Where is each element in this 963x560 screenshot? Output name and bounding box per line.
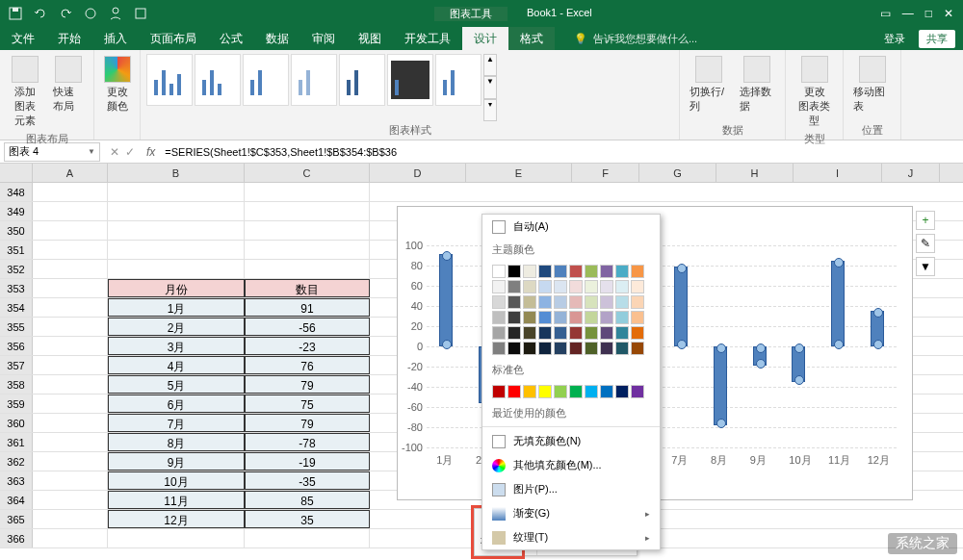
row-header[interactable]: 355 bbox=[0, 318, 33, 336]
color-swatch[interactable] bbox=[615, 326, 629, 340]
cell[interactable]: 76 bbox=[245, 356, 370, 374]
save-icon[interactable] bbox=[8, 6, 23, 21]
col-header[interactable]: F bbox=[572, 164, 639, 182]
chart-filter-icon[interactable]: ▼ bbox=[916, 257, 935, 276]
color-swatch[interactable] bbox=[615, 311, 629, 324]
color-swatch[interactable] bbox=[615, 265, 629, 278]
color-swatch[interactable] bbox=[523, 342, 536, 355]
chart-bar[interactable] bbox=[714, 346, 727, 425]
row-header[interactable]: 352 bbox=[0, 260, 33, 278]
color-swatch[interactable] bbox=[631, 311, 644, 324]
select-all-corner[interactable] bbox=[0, 164, 33, 182]
cell[interactable]: 12月 bbox=[108, 510, 245, 528]
col-header[interactable]: C bbox=[245, 164, 370, 182]
row-header[interactable]: 362 bbox=[0, 452, 33, 471]
row-header[interactable]: 357 bbox=[0, 356, 33, 374]
tab-insert[interactable]: 插入 bbox=[92, 27, 139, 50]
color-swatch[interactable] bbox=[554, 311, 567, 324]
color-swatch[interactable] bbox=[538, 295, 552, 309]
col-header[interactable]: A bbox=[33, 164, 108, 182]
no-fill-item[interactable]: 无填充颜色(N) bbox=[482, 429, 660, 453]
tab-data[interactable]: 数据 bbox=[254, 27, 300, 50]
cell[interactable] bbox=[245, 183, 370, 201]
color-swatch[interactable] bbox=[585, 311, 598, 324]
cell[interactable] bbox=[108, 202, 245, 220]
row-header[interactable]: 348 bbox=[0, 183, 33, 201]
color-swatch[interactable] bbox=[585, 295, 598, 309]
row-header[interactable]: 360 bbox=[0, 414, 33, 432]
auto-color-item[interactable]: 自动(A) bbox=[482, 215, 660, 239]
gallery-more-icon[interactable]: ▾ bbox=[483, 99, 497, 121]
tab-file[interactable]: 文件 bbox=[0, 27, 46, 50]
chart-brush-icon[interactable]: ✎ bbox=[916, 234, 935, 253]
color-swatch[interactable] bbox=[554, 265, 567, 278]
color-swatch[interactable] bbox=[631, 265, 644, 278]
chart-bar[interactable] bbox=[831, 261, 845, 346]
col-header[interactable]: E bbox=[466, 164, 572, 182]
color-swatch[interactable] bbox=[538, 385, 552, 398]
touch-icon[interactable] bbox=[83, 6, 98, 21]
color-swatch[interactable] bbox=[569, 280, 583, 293]
cell[interactable]: -56 bbox=[245, 318, 370, 336]
color-swatch[interactable] bbox=[615, 280, 629, 293]
chart-bar[interactable] bbox=[792, 346, 805, 382]
redo-icon[interactable] bbox=[58, 6, 73, 21]
gallery-up-icon[interactable]: ▲ bbox=[483, 54, 497, 76]
chart-bar[interactable] bbox=[439, 254, 453, 346]
cell[interactable] bbox=[108, 221, 245, 240]
chart-plus-icon[interactable]: + bbox=[916, 211, 935, 230]
color-swatch[interactable] bbox=[508, 265, 521, 278]
col-header[interactable]: I bbox=[794, 164, 882, 182]
cell[interactable]: 11月 bbox=[108, 491, 245, 509]
color-swatch[interactable] bbox=[508, 326, 521, 340]
color-swatch[interactable] bbox=[600, 385, 613, 398]
row-header[interactable]: 364 bbox=[0, 491, 33, 509]
row-header[interactable]: 363 bbox=[0, 471, 33, 490]
color-swatch[interactable] bbox=[631, 295, 644, 309]
cell[interactable]: 4月 bbox=[108, 356, 245, 374]
color-swatch[interactable] bbox=[615, 295, 629, 309]
chart-bar[interactable] bbox=[871, 311, 884, 346]
cell[interactable]: 数目 bbox=[245, 279, 370, 297]
color-swatch[interactable] bbox=[492, 295, 506, 309]
picture-fill-item[interactable]: 图片(P)... bbox=[482, 477, 660, 501]
change-colors-button[interactable]: 更改 颜色 bbox=[100, 54, 135, 140]
cell[interactable] bbox=[245, 202, 370, 220]
color-swatch[interactable] bbox=[523, 385, 536, 398]
cell[interactable] bbox=[245, 221, 370, 240]
share-button[interactable]: 共享 bbox=[919, 30, 955, 48]
cell[interactable] bbox=[108, 241, 245, 259]
col-header[interactable]: D bbox=[370, 164, 466, 182]
cell[interactable]: 6月 bbox=[108, 395, 245, 413]
col-header[interactable]: H bbox=[716, 164, 794, 182]
color-swatch[interactable] bbox=[569, 265, 583, 278]
cell[interactable]: 8月 bbox=[108, 433, 245, 451]
account-icon[interactable] bbox=[108, 6, 123, 21]
tell-me[interactable]: 💡 告诉我您想要做什么... bbox=[574, 32, 697, 46]
row-header[interactable]: 365 bbox=[0, 510, 33, 528]
color-swatch[interactable] bbox=[631, 342, 644, 355]
new-icon[interactable] bbox=[133, 6, 148, 21]
cell[interactable] bbox=[108, 183, 245, 201]
tab-format[interactable]: 格式 bbox=[508, 27, 555, 50]
color-swatch[interactable] bbox=[538, 280, 552, 293]
cell[interactable] bbox=[245, 241, 370, 259]
cell[interactable]: 1月 bbox=[108, 298, 245, 317]
color-swatch[interactable] bbox=[508, 280, 521, 293]
change-chart-type-button[interactable]: 更改 图表类型 bbox=[792, 54, 837, 130]
color-swatch[interactable] bbox=[615, 385, 629, 398]
cell[interactable]: 2月 bbox=[108, 318, 245, 336]
cancel-icon[interactable]: ✕ bbox=[110, 145, 119, 159]
formula-input[interactable] bbox=[161, 142, 963, 162]
add-chart-element-button[interactable]: 添加图表 元素 bbox=[6, 54, 45, 130]
select-data-button[interactable]: 选择数据 bbox=[736, 54, 779, 121]
color-swatch[interactable] bbox=[538, 265, 552, 278]
cell[interactable] bbox=[245, 529, 370, 547]
gallery-down-icon[interactable]: ▼ bbox=[483, 76, 497, 98]
cell[interactable]: 79 bbox=[245, 414, 370, 432]
tab-home[interactable]: 开始 bbox=[46, 27, 92, 50]
color-swatch[interactable] bbox=[508, 295, 521, 309]
chart-bar[interactable] bbox=[674, 267, 688, 346]
color-swatch[interactable] bbox=[615, 342, 629, 355]
row-header[interactable]: 358 bbox=[0, 375, 33, 394]
